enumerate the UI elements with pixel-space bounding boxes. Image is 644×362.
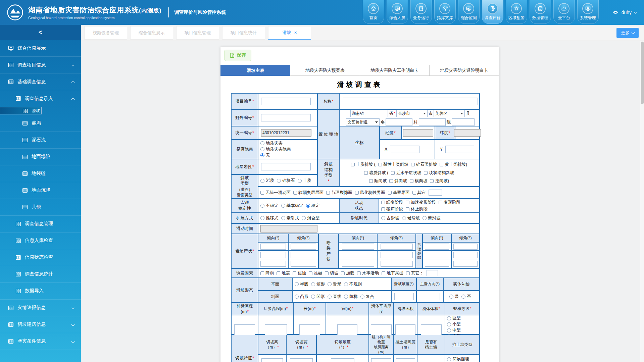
slope-gradient-input[interactable] bbox=[394, 293, 414, 300]
radio-option[interactable]: 古滑坡 bbox=[381, 215, 399, 221]
checkbox-option[interactable]: 斜向坡 bbox=[389, 178, 407, 184]
rock-dip-direction-input[interactable] bbox=[260, 244, 286, 250]
radio-option[interactable]: 老滑坡 bbox=[402, 215, 420, 221]
checkbox-option[interactable]: 基覆界面 bbox=[388, 190, 410, 196]
tab-project-info-statistics[interactable]: 项目信息统计 bbox=[222, 26, 265, 40]
rock-dip-angle-input[interactable] bbox=[291, 261, 316, 267]
nav-big-screen[interactable]: 综合大屏 bbox=[387, 0, 408, 24]
checkbox-option[interactable]: 破坏阶段 bbox=[381, 206, 403, 212]
radio-option[interactable]: 混合型 bbox=[302, 215, 320, 221]
nav-cloud-platform[interactable]: 云平台 bbox=[553, 0, 575, 24]
radio-option[interactable]: 推移式 bbox=[260, 215, 279, 221]
checkbox-option[interactable]: 切坡 bbox=[325, 270, 338, 276]
rock-dip-angle-input[interactable] bbox=[291, 244, 316, 250]
checkbox-option[interactable]: 其它： bbox=[406, 270, 424, 276]
main-slide-direction-input[interactable] bbox=[420, 293, 440, 300]
close-icon[interactable]: × bbox=[294, 30, 297, 35]
fracture-dip-direction-input[interactable] bbox=[342, 244, 374, 250]
fracture-dip-angle-input[interactable] bbox=[381, 252, 413, 258]
checkbox-option[interactable]: 逆向坡) bbox=[430, 178, 449, 184]
checkbox-option[interactable]: 加速变形阶段 bbox=[406, 200, 436, 205]
sidebar-item-data-import[interactable]: 数据导入 bbox=[0, 283, 81, 300]
sidebar-item-landslide[interactable]: 滑坡 bbox=[0, 107, 42, 114]
trigger-other-input[interactable] bbox=[427, 270, 438, 276]
radio-option[interactable]: 简易挡墙 bbox=[447, 356, 469, 362]
joint-dip-direction-input[interactable] bbox=[425, 261, 449, 267]
x-input[interactable] bbox=[390, 146, 419, 153]
scrollbar-thumb[interactable] bbox=[641, 42, 644, 104]
joint-dip-angle-input[interactable] bbox=[453, 252, 478, 258]
province-input[interactable] bbox=[350, 110, 388, 117]
town-select[interactable]: 文艺路街道 bbox=[346, 118, 380, 126]
nav-comprehensive-monitor[interactable]: 综合监测 bbox=[458, 0, 480, 24]
checkbox-option[interactable]: 风化剥蚀界面 bbox=[355, 190, 385, 196]
rock-dip-direction-input[interactable] bbox=[260, 252, 286, 258]
unified-id-input[interactable] bbox=[261, 129, 311, 137]
radio-option[interactable]: 凸形 bbox=[295, 294, 308, 300]
radio-option[interactable]: 直线 bbox=[328, 294, 341, 300]
checkbox-option[interactable]: 地下采掘 bbox=[382, 270, 403, 276]
radio-option[interactable]: 不规则 bbox=[344, 281, 362, 287]
retaining-wall-height-input[interactable] bbox=[396, 358, 415, 362]
more-button[interactable]: 更多 bbox=[616, 28, 639, 38]
checkbox-option[interactable]: 顺向坡 bbox=[369, 178, 387, 184]
y-input[interactable] bbox=[445, 146, 474, 153]
field-id-input[interactable] bbox=[261, 114, 311, 121]
sidebar-item-slope-housing-info[interactable]: 切坡建房信息 bbox=[0, 316, 81, 333]
checkbox-option[interactable]: 横向坡 bbox=[410, 178, 428, 184]
project-id-input[interactable] bbox=[261, 98, 311, 105]
radio-option[interactable]: 复合 bbox=[360, 294, 374, 300]
radio-option[interactable]: 稳定 bbox=[306, 203, 320, 209]
sidebar-item-survey-info-entry[interactable]: 调查信息录入 bbox=[0, 90, 81, 107]
form-tab-avoidance-card[interactable]: 地质灾害防灾避险明白卡 bbox=[430, 65, 499, 76]
sidebar-item-ground-collapse[interactable]: 地面塌陷 bbox=[0, 149, 81, 165]
radio-option[interactable]: 中型 bbox=[447, 327, 461, 333]
checkbox-option[interactable]: 软弱夹层层面 bbox=[293, 190, 324, 196]
checkbox-option[interactable]: 黏性土类斜坡 bbox=[378, 162, 408, 167]
name-input[interactable] bbox=[343, 98, 478, 105]
sidebar-item-basic-survey-info[interactable]: 基础调查信息 bbox=[0, 73, 81, 90]
joint-dip-angle-input[interactable] bbox=[453, 261, 478, 267]
nav-regional-warning[interactable]: 区域预警 bbox=[506, 0, 527, 24]
checkbox-option[interactable]: 加载 bbox=[341, 270, 354, 276]
radio-option[interactable]: 半圆 bbox=[295, 281, 308, 287]
checkbox-option[interactable]: 无统一滑动面 bbox=[260, 190, 291, 196]
form-tab-landslide-main[interactable]: 滑坡主表 bbox=[220, 65, 290, 76]
sidebar-item-debris-flow[interactable]: 泥石流 bbox=[0, 132, 81, 149]
checkbox-option[interactable]: 蠕变阶段 bbox=[381, 200, 403, 205]
checkbox-option[interactable]: 近水平层状坡 bbox=[391, 170, 421, 176]
cut-height-input[interactable] bbox=[261, 358, 283, 362]
county-select[interactable]: 芙蓉区 bbox=[434, 110, 465, 117]
form-tab-work-card[interactable]: 地质灾害防灾工作明白卡 bbox=[360, 65, 430, 76]
radio-option[interactable]: 是 bbox=[449, 294, 459, 300]
joint-dip-direction-input[interactable] bbox=[425, 252, 449, 258]
checkbox-option[interactable]: 节理裂隙面 bbox=[326, 190, 352, 196]
tab-overview-display[interactable]: 综合信息展示 bbox=[130, 26, 173, 40]
sidebar-item-survey-info-statistics[interactable]: 调查信息统计 bbox=[0, 266, 81, 283]
building-distance-input[interactable] bbox=[371, 358, 391, 362]
radio-option[interactable]: 舌形 bbox=[328, 281, 341, 287]
group-input[interactable] bbox=[419, 118, 446, 126]
checkbox-option[interactable]: 水事活动 bbox=[357, 270, 379, 276]
sidebar-collapse-button[interactable]: < bbox=[0, 25, 81, 40]
radio-option[interactable]: 土质 bbox=[298, 178, 311, 184]
radio-option[interactable]: 岩质 bbox=[260, 178, 274, 184]
city-select[interactable]: 长沙市 bbox=[396, 110, 428, 117]
checkbox-option[interactable]: 岩质斜坡 ( bbox=[364, 170, 389, 176]
tab-video-device-management[interactable]: 视频设备管理 bbox=[84, 26, 127, 40]
fracture-dip-direction-input[interactable] bbox=[342, 252, 374, 258]
rock-dip-direction-input[interactable] bbox=[260, 261, 286, 267]
nav-business-operation[interactable]: 业务运行 bbox=[410, 0, 432, 24]
fracture-dip-direction-input[interactable] bbox=[342, 261, 374, 267]
radio-option[interactable]: 巨型 bbox=[447, 315, 461, 321]
radio-option[interactable]: 不稳定 bbox=[260, 203, 279, 209]
checkbox-option[interactable]: 休止阶段 bbox=[406, 206, 428, 212]
radio-option[interactable]: 矩形 bbox=[311, 281, 325, 287]
sidebar-item-collapse[interactable]: 崩塌 bbox=[0, 115, 81, 132]
latitude-input[interactable] bbox=[454, 129, 481, 137]
form-tab-prevention-plan[interactable]: 地质灾害防灾预案表 bbox=[290, 65, 360, 76]
checkbox-option[interactable]: 土质斜坡 ( bbox=[351, 162, 376, 167]
fracture-dip-angle-input[interactable] bbox=[381, 244, 413, 250]
fracture-dip-angle-input[interactable] bbox=[381, 261, 413, 267]
sidebar-item-survey-info-management[interactable]: 调查信息管理 bbox=[0, 216, 81, 232]
